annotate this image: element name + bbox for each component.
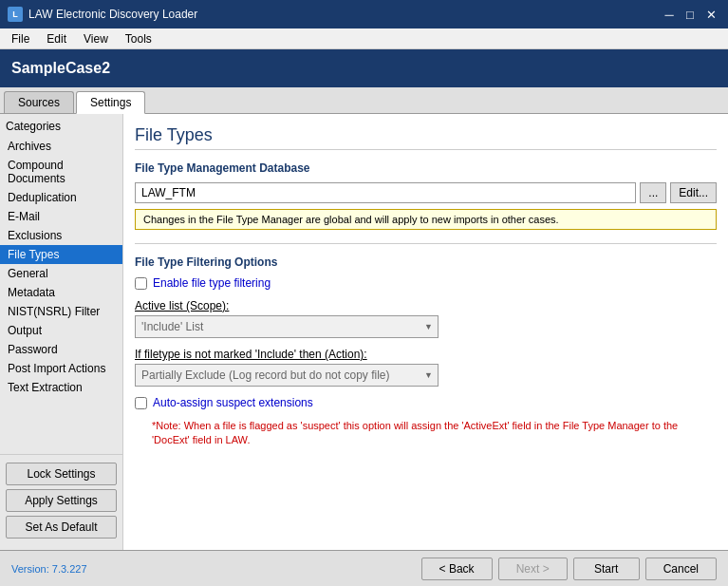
sidebar: Categories Archives Compound Documents D…	[0, 114, 123, 550]
maximize-button[interactable]: □	[681, 5, 700, 24]
db-section-title: File Type Management Database	[135, 161, 717, 175]
lock-settings-button[interactable]: Lock Settings	[6, 463, 117, 485]
minimize-button[interactable]: ─	[660, 5, 679, 24]
version-text: Version: 7.3.227	[11, 563, 87, 575]
sidebar-item-email[interactable]: E-Mail	[0, 207, 122, 226]
bottom-buttons: < Back Next > Start Cancel	[421, 558, 717, 580]
app-icon-letter: L	[12, 9, 18, 19]
set-as-default-button[interactable]: Set As Default	[6, 516, 117, 539]
active-list-select-wrapper: 'Include' List	[135, 315, 439, 338]
action-select-wrapper: Partially Exclude (Log record but do not…	[135, 364, 439, 387]
main-content: Sources Settings Categories Archives Com…	[0, 87, 728, 550]
enable-filter-label[interactable]: Enable file type filtering	[153, 276, 271, 290]
title-bar: L LAW Electronic Discovery Loader ─ □ ✕	[0, 0, 728, 28]
categories-label: Categories	[0, 118, 122, 137]
action-group: If filetype is not marked 'Include' then…	[135, 348, 717, 387]
filter-section-title: File Type Filtering Options	[135, 255, 717, 269]
content-split: Categories Archives Compound Documents D…	[0, 114, 728, 550]
app-icon: L	[8, 7, 23, 22]
sidebar-item-archives[interactable]: Archives	[0, 137, 122, 156]
sidebar-item-compound-documents[interactable]: Compound Documents	[0, 156, 122, 188]
tab-settings[interactable]: Settings	[76, 91, 145, 114]
right-panel: File Types File Type Management Database…	[123, 114, 728, 550]
window-controls: ─ □ ✕	[660, 5, 720, 24]
start-button[interactable]: Start	[573, 558, 640, 580]
sidebar-item-nist[interactable]: NIST(NSRL) Filter	[0, 302, 122, 321]
auto-assign-label[interactable]: Auto-assign suspect extensions	[153, 396, 313, 409]
db-row: ... Edit...	[135, 182, 717, 203]
active-list-select[interactable]: 'Include' List	[135, 315, 439, 338]
tab-bar: Sources Settings	[0, 87, 728, 114]
db-edit-button[interactable]: Edit...	[670, 182, 717, 203]
auto-assign-checkbox[interactable]	[135, 397, 147, 409]
case-title-bar: SampleCase2	[0, 49, 728, 87]
panel-title: File Types	[135, 125, 717, 150]
enable-filter-checkbox[interactable]	[135, 277, 147, 290]
tab-sources[interactable]: Sources	[4, 91, 74, 113]
sidebar-item-password[interactable]: Password	[0, 340, 122, 359]
info-message: Changes in the File Type Manager are glo…	[135, 209, 717, 230]
sidebar-item-exclusions[interactable]: Exclusions	[0, 226, 122, 245]
window-title: LAW Electronic Discovery Loader	[28, 8, 197, 21]
back-button[interactable]: < Back	[421, 558, 493, 580]
action-label: If filetype is not marked 'Include' then…	[135, 348, 717, 361]
cancel-button[interactable]: Cancel	[645, 558, 717, 580]
note-text: *Note: When a file is flagged as 'suspec…	[152, 419, 717, 448]
close-button[interactable]: ✕	[701, 5, 720, 24]
apply-settings-button[interactable]: Apply Settings	[6, 489, 117, 512]
menu-view[interactable]: View	[76, 30, 116, 47]
menu-file[interactable]: File	[4, 30, 37, 47]
sidebar-item-deduplication[interactable]: Deduplication	[0, 188, 122, 207]
bottom-bar: Version: 7.3.227 < Back Next > Start Can…	[0, 550, 728, 586]
next-button[interactable]: Next >	[498, 558, 568, 580]
sidebar-item-text-extraction[interactable]: Text Extraction	[0, 378, 122, 397]
enable-filter-row: Enable file type filtering	[135, 276, 717, 290]
db-browse-button[interactable]: ...	[640, 182, 666, 203]
sidebar-item-general[interactable]: General	[0, 264, 122, 283]
sidebar-item-post-import[interactable]: Post Import Actions	[0, 359, 122, 378]
sidebar-buttons: Lock Settings Apply Settings Set As Defa…	[0, 454, 122, 546]
menu-bar: File Edit View Tools	[0, 28, 728, 49]
auto-assign-row: Auto-assign suspect extensions	[135, 396, 717, 409]
sidebar-item-metadata[interactable]: Metadata	[0, 283, 122, 302]
menu-tools[interactable]: Tools	[118, 30, 159, 47]
menu-edit[interactable]: Edit	[39, 30, 74, 47]
active-list-label: Active list (Scope):	[135, 299, 717, 312]
action-select[interactable]: Partially Exclude (Log record but do not…	[135, 364, 439, 387]
db-input-field[interactable]	[135, 182, 636, 203]
sidebar-item-output[interactable]: Output	[0, 321, 122, 340]
sidebar-item-file-types[interactable]: File Types	[0, 245, 122, 264]
divider	[135, 243, 717, 244]
case-title: SampleCase2	[11, 60, 110, 77]
active-list-group: Active list (Scope): 'Include' List	[135, 299, 717, 338]
